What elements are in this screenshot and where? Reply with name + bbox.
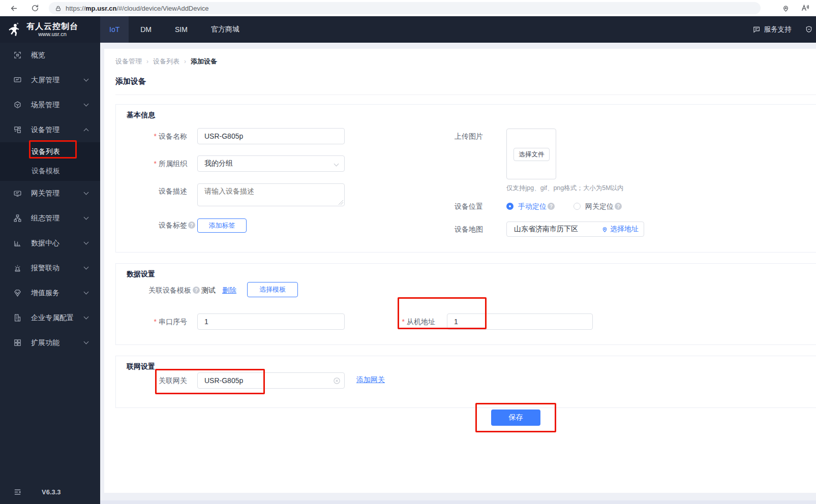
chevron-down-icon <box>84 240 89 245</box>
section-basic-info: 基本信息 *设备名称 *所属组织 我的分组 设备描述 设备标签 ? 添加标签 上… <box>115 104 816 253</box>
device-name-input[interactable] <box>197 128 345 144</box>
sidebar-item-scene-mgmt[interactable]: 场景管理 <box>0 92 100 117</box>
chevron-down-icon <box>84 290 89 295</box>
support-link[interactable]: 服务支持 <box>752 25 792 34</box>
sidebar-item-gateway-mgmt[interactable]: 网关管理 <box>0 181 100 206</box>
section-title-basic: 基本信息 <box>127 111 155 120</box>
template-name-value: 测试 <box>201 284 216 296</box>
bar-chart-icon <box>13 239 22 247</box>
read-aloud-icon[interactable] <box>799 3 810 14</box>
scene-icon <box>13 101 22 109</box>
location-pin-icon[interactable] <box>780 3 791 14</box>
divider <box>115 94 816 95</box>
version-label: V6.3.3 <box>42 488 61 496</box>
sidebar-item-device-mgmt[interactable]: 设备管理 <box>0 117 100 142</box>
help-icon[interactable]: ? <box>193 287 200 294</box>
select-template-button[interactable]: 选择模板 <box>247 282 298 297</box>
description-textarea[interactable] <box>197 183 345 206</box>
lock-icon[interactable] <box>55 5 62 12</box>
brand-url: www.usr.cn <box>26 31 78 38</box>
content-panel: 设备管理 › 设备列表 › 添加设备 添加设备 基本信息 *设备名称 *所属组织… <box>104 49 816 493</box>
browser-back-icon[interactable] <box>8 3 19 14</box>
shield-icon <box>805 25 813 34</box>
breadcrumb-add-device: 添加设备 <box>191 57 217 66</box>
breadcrumb: 设备管理 › 设备列表 › 添加设备 <box>115 57 217 66</box>
add-gateway-link[interactable]: 添加网关 <box>356 375 385 385</box>
organization-label: *所属组织 <box>131 155 187 172</box>
device-name-label: *设备名称 <box>131 128 187 144</box>
radio-gateway-location[interactable] <box>573 203 581 210</box>
section-data-settings: 数据设置 关联设备模板 ? 测试 删除 选择模板 *串口序号 *从机地址 <box>115 263 816 345</box>
serial-number-input[interactable] <box>197 313 345 330</box>
screen-icon <box>13 76 22 84</box>
radio-manual-location[interactable] <box>506 203 513 210</box>
device-map-label: 设备地图 <box>436 222 483 237</box>
address-bar[interactable]: https://mp.usr.cn/#/cloud/device/ViewAdd… <box>49 2 761 14</box>
config-tree-icon <box>13 214 22 223</box>
sidebar-item-value-added[interactable]: 增值服务 <box>0 280 100 305</box>
chevron-down-icon <box>84 190 89 195</box>
browser-chrome: https://mp.usr.cn/#/cloud/device/ViewAdd… <box>0 0 816 16</box>
sidebar-item-screen-mgmt[interactable]: 大屏管理 <box>0 68 100 92</box>
brand-logo[interactable]: 有人云控制台 www.usr.cn <box>0 16 100 43</box>
chevron-down-icon <box>84 215 89 220</box>
manual-location-option[interactable]: 手动定位 <box>518 202 547 211</box>
section-network-settings: 联网设置 关联网关 添加网关 <box>115 356 816 408</box>
sidebar-item-device-template[interactable]: 设备模板 <box>0 162 100 181</box>
upload-dropzone[interactable]: 选择文件 <box>506 129 556 179</box>
alarm-icon <box>13 264 22 272</box>
upload-image-label: 上传图片 <box>436 130 483 142</box>
chevron-down-icon <box>84 77 89 82</box>
delete-template-link[interactable]: 删除 <box>222 284 236 296</box>
gem-icon <box>13 289 22 297</box>
breadcrumb-device-list[interactable]: 设备列表 <box>153 57 179 66</box>
sidebar-item-device-list[interactable]: 设备列表 <box>0 142 100 162</box>
gateway-location-option[interactable]: 网关定位 <box>585 202 614 211</box>
device-icon <box>13 125 22 134</box>
organization-select[interactable]: 我的分组 <box>197 155 345 172</box>
tab-sim[interactable]: SIM <box>163 16 199 43</box>
gateway-icon <box>13 189 22 198</box>
chevron-up-icon <box>84 129 89 134</box>
collapse-sidebar-icon[interactable] <box>13 488 22 496</box>
grid-icon <box>13 338 22 347</box>
tab-iot[interactable]: IoT <box>100 16 129 43</box>
save-button[interactable]: 保存 <box>491 410 540 426</box>
serial-number-label: *串口序号 <box>131 313 187 330</box>
section-title-network: 联网设置 <box>127 362 155 371</box>
tab-dm[interactable]: DM <box>129 16 163 43</box>
section-title-data: 数据设置 <box>127 270 155 279</box>
slave-address-input[interactable] <box>447 313 593 330</box>
sidebar-item-overview[interactable]: 概览 <box>0 43 100 68</box>
help-icon[interactable]: ? <box>188 222 195 229</box>
user-center-link[interactable]: 用 <box>805 25 816 34</box>
building-icon <box>13 313 22 322</box>
chat-icon <box>752 25 761 34</box>
main-content: 设备管理 › 设备列表 › 添加设备 添加设备 基本信息 *设备名称 *所属组织… <box>100 43 816 504</box>
sidebar-item-alarm-linkage[interactable]: 报警联动 <box>0 256 100 280</box>
help-icon[interactable]: ? <box>548 203 555 210</box>
horizontal-scrollbar-track[interactable] <box>100 500 816 504</box>
linked-gateway-input[interactable] <box>197 372 345 389</box>
usr-person-logo-icon <box>7 22 22 37</box>
map-pin-icon <box>601 226 608 233</box>
add-tag-button[interactable]: 添加标签 <box>197 218 247 233</box>
device-map-field[interactable]: 山东省济南市历下区 选择地址 <box>506 222 644 237</box>
sidebar-item-extensions[interactable]: 扩展功能 <box>0 330 100 355</box>
choose-file-button[interactable]: 选择文件 <box>513 148 550 161</box>
breadcrumb-device-mgmt[interactable]: 设备管理 <box>115 57 142 66</box>
browser-refresh-icon[interactable] <box>29 3 41 14</box>
choose-address-link[interactable]: 选择地址 <box>601 225 639 234</box>
chevron-down-icon <box>84 339 89 344</box>
sidebar-item-config-mgmt[interactable]: 组态管理 <box>0 206 100 231</box>
sidebar-item-enterprise-config[interactable]: 企业专属配置 <box>0 305 100 330</box>
tags-label: 设备标签 <box>131 217 187 233</box>
url-text: https://mp.usr.cn/#/cloud/device/ViewAdd… <box>66 5 209 12</box>
clear-icon[interactable] <box>333 377 341 385</box>
tab-mall[interactable]: 官方商城 <box>199 16 251 43</box>
sidebar-item-data-center[interactable]: 数据中心 <box>0 231 100 256</box>
sidebar-nav: 概览 大屏管理 场景管理 设备管理 设备列表 设备模板 网关管理 <box>0 43 100 504</box>
resize-handle[interactable] <box>339 200 343 205</box>
help-icon[interactable]: ? <box>615 203 622 210</box>
chevron-down-icon <box>84 265 89 270</box>
